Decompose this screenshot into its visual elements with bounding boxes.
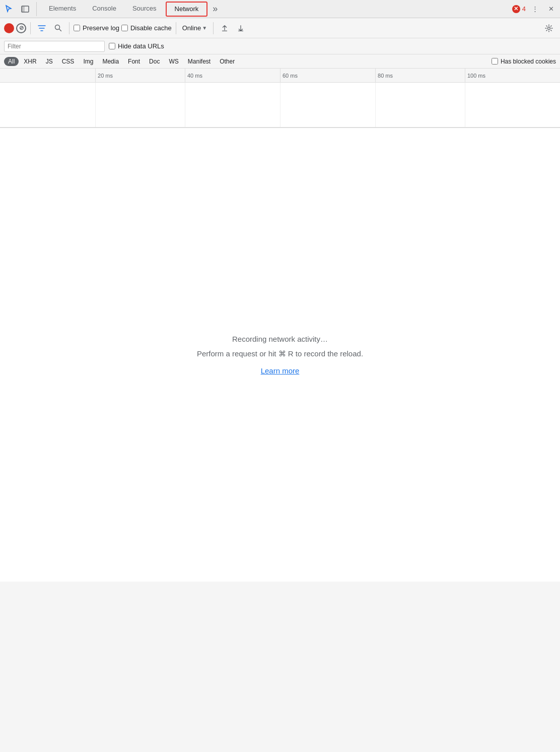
timeline-tick-40ms: 40 ms (185, 69, 202, 82)
filter-bar: Hide data URLs (0, 38, 560, 54)
search-button[interactable] (51, 21, 65, 35)
cancel-icon: ⊘ (19, 25, 24, 31)
tab-console[interactable]: Console (84, 0, 124, 18)
hide-data-urls-checkbox[interactable] (109, 43, 115, 49)
upload-button[interactable] (218, 21, 232, 35)
type-filter-ws[interactable]: WS (165, 57, 182, 66)
tick-label-100ms: 100 ms (467, 73, 485, 79)
network-toolbar: ⊘ Preserve log Disable cache Online ▼ (0, 18, 560, 38)
separator-3 (176, 22, 176, 34)
record-button[interactable] (4, 23, 14, 33)
preserve-log-label[interactable]: Preserve log (74, 24, 119, 32)
separator-2 (69, 22, 69, 34)
tab-sources[interactable]: Sources (124, 0, 165, 18)
main-content: Recording network activity… Perform a re… (0, 128, 560, 582)
has-blocked-cookies-text: Has blocked cookies (501, 58, 556, 65)
recording-text: Recording network activity… (232, 335, 328, 343)
type-filter-xhr[interactable]: XHR (20, 57, 40, 66)
grid-line-2 (185, 83, 185, 127)
timeline-tick-60ms: 60 ms (280, 69, 298, 82)
type-filter-img[interactable]: Img (79, 57, 97, 66)
close-icon: ✕ (548, 5, 554, 13)
timeline-tick-80ms: 80 ms (375, 69, 393, 82)
tick-label-80ms: 80 ms (378, 73, 393, 79)
timeline-tick-20ms: 20 ms (95, 69, 113, 82)
timeline-tick-100ms: 100 ms (465, 69, 485, 82)
separator-4 (213, 22, 214, 34)
more-options-button[interactable]: ⋮ (528, 2, 542, 16)
tab-network[interactable]: Network (166, 2, 208, 17)
devtools-icons (2, 2, 37, 16)
timeline-rows (0, 83, 560, 128)
grid-line-3 (280, 83, 281, 127)
hint-text: Perform a request or hit ⌘ R to record t… (197, 349, 363, 358)
disable-cache-checkbox[interactable] (121, 25, 128, 31)
type-filter-all[interactable]: All (4, 57, 19, 66)
type-filter-media[interactable]: Media (98, 57, 123, 66)
timeline-header: 20 ms 40 ms 60 ms 80 ms 100 ms (0, 69, 560, 83)
error-dot: ✕ (512, 5, 520, 13)
preserve-log-checkbox[interactable] (74, 25, 80, 31)
type-filter-js[interactable]: JS (42, 57, 57, 66)
tab-bar: Elements Console Sources Network » ✕ 4 ⋮… (0, 0, 560, 18)
hide-data-urls-text: Hide data URLs (118, 42, 164, 50)
grid-line-5 (465, 83, 465, 127)
more-options-icon: ⋮ (532, 5, 538, 13)
has-blocked-cookies-label[interactable]: Has blocked cookies (492, 58, 556, 65)
type-filter-doc[interactable]: Doc (145, 57, 164, 66)
error-badge: ✕ 4 (512, 5, 526, 13)
settings-button[interactable] (542, 21, 556, 35)
svg-line-3 (59, 29, 61, 31)
grid-line-1 (95, 83, 96, 127)
preserve-log-text: Preserve log (83, 24, 119, 32)
type-filter-manifest[interactable]: Manifest (184, 57, 215, 66)
online-arrow-icon: ▼ (202, 25, 207, 31)
disable-cache-text: Disable cache (130, 24, 172, 32)
tab-elements[interactable]: Elements (41, 0, 84, 18)
dock-button[interactable] (18, 2, 32, 16)
learn-more-link[interactable]: Learn more (261, 366, 300, 375)
tick-label-60ms: 60 ms (283, 73, 298, 79)
svg-rect-1 (22, 6, 25, 12)
tick-label-20ms: 20 ms (98, 73, 113, 79)
tab-more-button[interactable]: » (208, 4, 222, 14)
error-count: 4 (522, 5, 526, 13)
tab-list: Elements Console Sources Network » (41, 0, 512, 18)
disable-cache-label[interactable]: Disable cache (121, 24, 172, 32)
cursor-tool-button[interactable] (2, 2, 16, 16)
type-filter-font[interactable]: Font (124, 57, 144, 66)
type-filter-other[interactable]: Other (216, 57, 239, 66)
hide-data-urls-label[interactable]: Hide data URLs (109, 42, 164, 50)
has-blocked-cookies-checkbox[interactable] (492, 58, 498, 65)
svg-point-4 (548, 27, 550, 29)
separator-1 (30, 22, 31, 34)
type-filter-css[interactable]: CSS (58, 57, 79, 66)
type-filter-bar: All XHR JS CSS Img Media Font Doc WS Man… (0, 54, 560, 69)
filter-input[interactable] (4, 41, 105, 52)
close-button[interactable]: ✕ (544, 2, 558, 16)
clear-button[interactable]: ⊘ (16, 23, 26, 33)
grid-line-4 (375, 83, 376, 127)
download-button[interactable] (234, 21, 248, 35)
tick-label-40ms: 40 ms (187, 73, 202, 79)
online-label: Online (182, 24, 201, 32)
tab-right-controls: ✕ 4 ⋮ ✕ (512, 2, 558, 16)
filter-button[interactable] (35, 21, 49, 35)
online-select[interactable]: Online ▼ (180, 23, 209, 33)
